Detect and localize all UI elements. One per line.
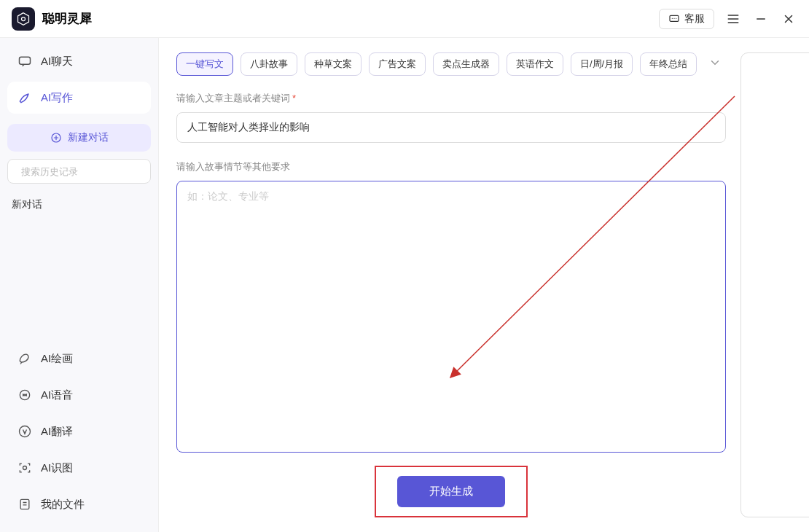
sidebar-item-label: AI识图 [41, 461, 73, 475]
new-chat-label: 新建对话 [68, 131, 109, 144]
pill-year-summary[interactable]: 年终总结 [640, 52, 697, 76]
customer-service-label: 客服 [684, 12, 705, 26]
voice-icon [17, 388, 32, 402]
sidebar-item-label: AI语音 [41, 388, 73, 402]
menu-icon[interactable] [724, 10, 742, 28]
app-logo-icon [12, 7, 35, 31]
pill-english-essay[interactable]: 英语作文 [507, 52, 563, 76]
svg-point-2 [672, 17, 673, 18]
paint-icon [17, 351, 32, 366]
sidebar-bottom: AI绘画 AI语音 AI翻译 AI识图 我的文件 [7, 343, 151, 525]
sidebar-item-ai-vision[interactable]: AI识图 [7, 452, 151, 484]
chat-icon [17, 54, 32, 69]
sidebar-item-label: AI聊天 [41, 55, 73, 69]
sidebar-item-label: AI翻译 [41, 425, 73, 439]
translate-icon [17, 424, 32, 439]
sidebar-item-label: 我的文件 [41, 498, 85, 512]
pill-selling-point[interactable]: 卖点生成器 [433, 52, 499, 76]
svg-point-10 [23, 466, 27, 470]
required-star-icon: * [292, 93, 296, 103]
customer-service-button[interactable]: 客服 [659, 9, 714, 29]
write-icon [17, 90, 32, 105]
svg-point-9 [20, 426, 31, 437]
pill-seeding-copy[interactable]: 种草文案 [305, 52, 361, 76]
pill-report[interactable]: 日/周/月报 [571, 52, 633, 76]
sidebar-item-label: AI绘画 [41, 352, 73, 366]
svg-point-8 [20, 390, 29, 399]
pill-one-click-write[interactable]: 一键写文 [176, 52, 233, 76]
chevron-down-icon [708, 56, 722, 69]
minimize-icon[interactable] [752, 10, 770, 28]
generate-button[interactable]: 开始生成 [397, 476, 505, 507]
new-chat-button[interactable]: 新建对话 [7, 124, 151, 152]
main-left-column: 一键写文 八卦故事 种草文案 广告文案 卖点生成器 英语作文 日/周/月报 年终… [176, 52, 726, 517]
detail-field-label: 请输入故事情节等其他要求 [176, 160, 726, 173]
title-bar: 聪明灵犀 客服 [0, 0, 809, 38]
detail-textarea[interactable] [176, 181, 726, 453]
topic-input[interactable] [176, 112, 726, 143]
sidebar-item-my-files[interactable]: 我的文件 [7, 488, 151, 520]
sidebar-item-ai-paint[interactable]: AI绘画 [7, 343, 151, 375]
sidebar-item-ai-write[interactable]: AI写作 [7, 82, 151, 114]
template-pills-row: 一键写文 八卦故事 种草文案 广告文案 卖点生成器 英语作文 日/周/月报 年终… [176, 52, 726, 76]
sidebar-item-ai-voice[interactable]: AI语音 [7, 379, 151, 411]
search-box[interactable] [7, 159, 151, 184]
close-icon[interactable] [780, 10, 797, 28]
search-input[interactable] [21, 166, 144, 177]
chat-bubble-icon [668, 13, 680, 25]
svg-rect-11 [20, 499, 29, 509]
title-left: 聪明灵犀 [12, 7, 92, 31]
sidebar-item-ai-translate[interactable]: AI翻译 [7, 415, 151, 447]
svg-point-3 [673, 17, 674, 18]
vision-icon [17, 461, 32, 475]
file-icon [17, 497, 32, 512]
svg-point-0 [22, 17, 26, 20]
pill-ad-copy[interactable]: 广告文案 [369, 52, 426, 76]
title-right: 客服 [659, 9, 797, 29]
svg-point-4 [676, 17, 676, 18]
history-item[interactable]: 新对话 [7, 191, 151, 219]
generate-button-wrap: 开始生成 [176, 466, 726, 517]
expand-pills-button[interactable] [704, 53, 726, 75]
plus-circle-icon [50, 132, 62, 144]
svg-rect-5 [20, 57, 31, 64]
sidebar-item-label: AI写作 [41, 91, 73, 105]
sidebar-item-ai-chat[interactable]: AI聊天 [7, 45, 151, 77]
topic-field-label: 请输入文章主题或者关键词* [176, 92, 726, 105]
pill-gossip-story[interactable]: 八卦故事 [241, 52, 297, 76]
main-area: 一键写文 八卦故事 种草文案 广告文案 卖点生成器 英语作文 日/周/月报 年终… [159, 38, 809, 532]
app-body: AI聊天 AI写作 新建对话 新对话 AI绘画 AI语音 [0, 38, 809, 532]
app-title: 聪明灵犀 [42, 10, 92, 27]
sidebar: AI聊天 AI写作 新建对话 新对话 AI绘画 AI语音 [0, 38, 159, 532]
output-preview-panel [740, 52, 809, 517]
